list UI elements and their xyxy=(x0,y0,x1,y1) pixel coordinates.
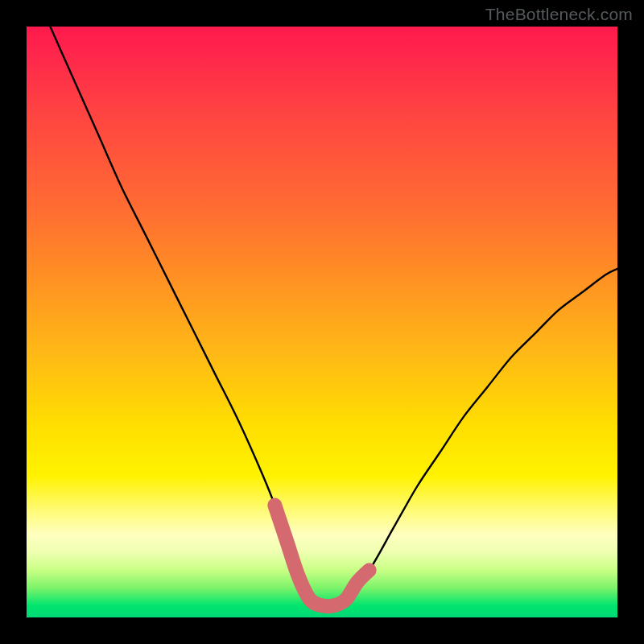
optimal-band-path xyxy=(275,506,369,607)
chart-frame: TheBottleneck.com xyxy=(0,0,644,644)
watermark-text: TheBottleneck.com xyxy=(485,5,633,24)
bottleneck-curve-path xyxy=(50,27,617,606)
curve-layer xyxy=(27,27,617,617)
plot-area xyxy=(27,27,617,617)
